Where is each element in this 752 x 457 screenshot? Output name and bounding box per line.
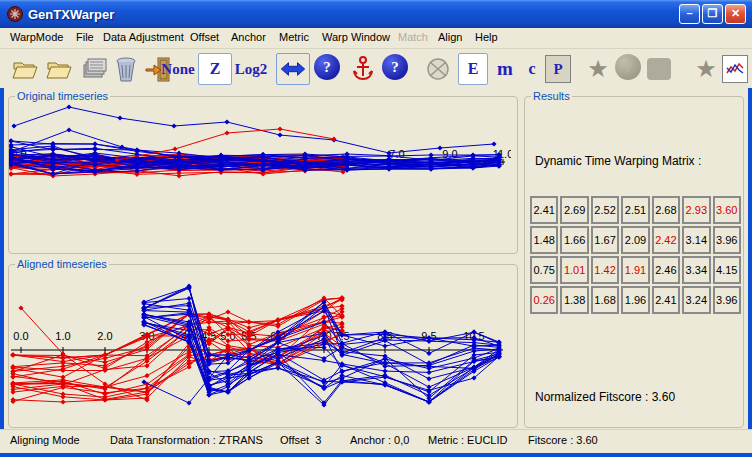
menu-help[interactable]: Help xyxy=(475,31,498,43)
grid-icon xyxy=(647,58,671,80)
matrix-cell: 2.42 xyxy=(652,226,680,254)
menu-data-adjustment[interactable]: Data Adjustment xyxy=(103,31,184,43)
matrix-cell: 1.66 xyxy=(560,226,588,254)
menu-match: Match xyxy=(398,31,428,43)
matrix-cell: 3.60 xyxy=(713,196,741,224)
align-star-button: ★ xyxy=(692,54,720,84)
clear-button[interactable] xyxy=(112,54,140,84)
matrix-cell: 1.91 xyxy=(621,256,649,284)
matrix-cell: 2.09 xyxy=(621,226,649,254)
folder-open-icon xyxy=(11,56,39,82)
open-file-button[interactable] xyxy=(10,54,40,84)
save-results-button[interactable] xyxy=(79,54,109,84)
matrix-cell: 1.01 xyxy=(560,256,588,284)
matrix-row: 0.261.381.681.962.413.243.96 xyxy=(530,286,741,314)
matrix-cell: 2.41 xyxy=(652,286,680,314)
metric-manhattan-button[interactable]: m xyxy=(490,54,520,84)
menu-bar: WarpMode File Data Adjustment Offset Anc… xyxy=(0,28,752,49)
metric-euclid-button[interactable]: E xyxy=(458,53,488,85)
outlier-series xyxy=(11,104,496,155)
dtw-matrix-label: Dynamic Time Warping Matrix : xyxy=(535,154,701,168)
transform-log2-button[interactable]: Log2 xyxy=(234,54,268,84)
disabled-globe-icon xyxy=(426,57,450,81)
matrix-cell: 2.46 xyxy=(652,256,680,284)
matrix-cell: 3.24 xyxy=(682,286,710,314)
double-arrow-icon xyxy=(280,60,306,78)
matrix-cell: 2.52 xyxy=(591,196,619,224)
trash-icon xyxy=(114,56,138,83)
svg-text:1.0: 1.0 xyxy=(55,330,70,342)
matrix-cell: 1.67 xyxy=(591,226,619,254)
matrix-cell: 3.96 xyxy=(713,286,741,314)
offset-tool-button[interactable] xyxy=(276,53,310,85)
folder-open-icon xyxy=(45,56,73,82)
menu-warpmode[interactable]: WarpMode xyxy=(10,31,63,43)
matrix-cell: 1.96 xyxy=(621,286,649,314)
matrix-cell: 2.93 xyxy=(682,196,710,224)
matrix-row: 2.412.692.522.512.682.933.60 xyxy=(530,196,741,224)
anchor-tool-button[interactable] xyxy=(348,54,378,84)
original-timeseries-panel: Original timeseries 0.07.09.011.0 xyxy=(8,90,518,254)
aligned-timeseries-title: Aligned timeseries xyxy=(15,258,109,270)
match-star-button: ★ xyxy=(584,54,612,84)
match-help-button: ? xyxy=(615,54,641,80)
results-title: Results xyxy=(531,90,572,102)
anchor-icon xyxy=(350,55,376,83)
results-panel: Results Dynamic Time Warping Matrix : 2.… xyxy=(524,90,744,428)
menu-align[interactable]: Align xyxy=(438,31,462,43)
paper-stack-icon xyxy=(80,56,108,82)
status-mode: Aligning Mode xyxy=(10,434,80,446)
matrix-cell: 1.38 xyxy=(560,286,588,314)
matrix-cell: 4.15 xyxy=(713,256,741,284)
dtw-matrix: 2.412.692.522.512.682.933.601.481.661.67… xyxy=(528,194,743,316)
menu-warp-window[interactable]: Warp Window xyxy=(322,31,390,43)
matrix-cell: 1.42 xyxy=(591,256,619,284)
status-fitscore: Fitscore : 3.60 xyxy=(528,434,598,446)
matrix-cell: 1.68 xyxy=(591,286,619,314)
maximize-button[interactable]: ❐ xyxy=(702,4,723,24)
matrix-cell: 2.51 xyxy=(621,196,649,224)
app-icon xyxy=(7,6,23,22)
align-chart-button[interactable] xyxy=(722,55,748,83)
normalized-fitscore: Normalized Fitscore : 3.60 xyxy=(535,390,675,404)
aligned-timeseries-panel: Aligned timeseries 0.01.02.03.04.04.55.0… xyxy=(8,258,518,428)
matrix-cell: 3.34 xyxy=(682,256,710,284)
status-bar: Aligning Mode Data Transformation : ZTRA… xyxy=(0,429,752,457)
anchor-help-button[interactable]: ? xyxy=(382,54,408,80)
minimize-button[interactable]: – xyxy=(679,4,700,24)
app-window: GenTXWarper – ❐ ✕ WarpMode File Data Adj… xyxy=(0,0,752,457)
window-title: GenTXWarper xyxy=(28,7,114,22)
status-transformation: Data Transformation : ZTRANS xyxy=(110,434,263,446)
menu-metric[interactable]: Metric xyxy=(279,31,309,43)
transform-ztrans-button[interactable]: Z xyxy=(198,53,232,85)
svg-text:2.0: 2.0 xyxy=(97,330,112,342)
matrix-row: 1.481.661.672.092.423.143.96 xyxy=(530,226,741,254)
matrix-cell: 2.68 xyxy=(652,196,680,224)
open-second-file-button[interactable] xyxy=(44,54,74,84)
matrix-cell: 0.75 xyxy=(530,256,558,284)
status-metric: Metric : EUCLID xyxy=(428,434,507,446)
metric-pearson-button[interactable]: P xyxy=(545,55,571,83)
transform-none-button[interactable]: None xyxy=(160,54,196,84)
chart-icon xyxy=(725,59,745,79)
menu-file[interactable]: File xyxy=(76,31,94,43)
original-timeseries-title: Original timeseries xyxy=(15,90,110,102)
matrix-cell: 3.96 xyxy=(713,226,741,254)
offset-help-button[interactable]: ? xyxy=(314,54,340,80)
title-bar[interactable]: GenTXWarper – ❐ ✕ xyxy=(0,0,752,28)
toolbar: None Z Log2 ? ? E m c P xyxy=(0,49,752,88)
matrix-cell: 2.41 xyxy=(530,196,558,224)
svg-text:7.0: 7.0 xyxy=(389,148,404,160)
matrix-cell: 3.14 xyxy=(682,226,710,254)
matrix-cell: 0.26 xyxy=(530,286,558,314)
matrix-cell: 1.48 xyxy=(530,226,558,254)
metric-correlation-button[interactable]: c xyxy=(520,54,544,84)
original-timeseries-chart: 0.07.09.011.0 xyxy=(9,102,511,250)
aligned-timeseries-chart: 0.01.02.03.04.04.55.05.56.07.07.58.59.51… xyxy=(9,270,511,424)
menu-anchor[interactable]: Anchor xyxy=(231,31,266,43)
status-anchor: Anchor : 0,0 xyxy=(350,434,409,446)
menu-offset[interactable]: Offset xyxy=(190,31,219,43)
warp-window-tool-button xyxy=(424,54,452,84)
close-button[interactable]: ✕ xyxy=(725,4,746,24)
status-offset: Offset 3 xyxy=(280,434,321,446)
